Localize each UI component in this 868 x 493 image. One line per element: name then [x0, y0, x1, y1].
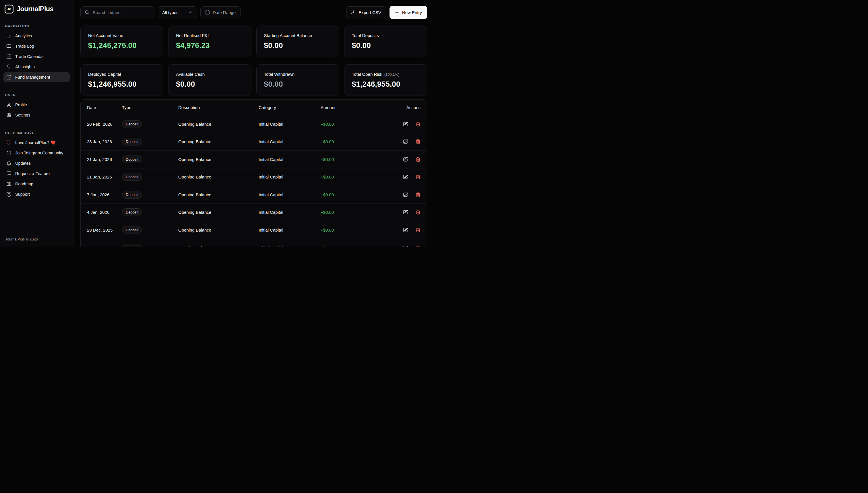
row-description: Opening Balance — [178, 157, 259, 162]
app-name: JournalPlus — [17, 5, 54, 13]
copyright-text: JournalPlus © 2026 — [3, 237, 70, 241]
sidebar-item-settings[interactable]: Settings — [3, 110, 70, 120]
row-amount: +$0.00 — [321, 192, 369, 197]
sidebar-section: NAVIGATION Analytics Trade Log Trade Cal… — [3, 14, 70, 82]
row-category: Initial Capital — [259, 192, 321, 197]
sidebar-item-support[interactable]: Support — [3, 189, 70, 199]
edit-entry-button[interactable] — [403, 157, 408, 162]
type-badge: Deposit — [122, 244, 142, 246]
sidebar-item-fund-management[interactable]: Fund Management — [3, 72, 70, 82]
plus-icon — [395, 10, 399, 15]
row-description: Opening Balance — [178, 210, 259, 215]
lightbulb-icon — [6, 64, 12, 69]
map-icon — [6, 181, 12, 187]
sidebar-item-request-a-feature[interactable]: Request a Feature — [3, 168, 70, 179]
column-header-date: Date — [87, 105, 122, 110]
row-date: 28 Dec, 2025 — [87, 245, 122, 246]
message-square-icon — [6, 171, 12, 176]
stat-value: $1,245,275.00 — [88, 41, 155, 50]
gear-icon — [6, 112, 12, 117]
sidebar-item-trade-log[interactable]: Trade Log — [3, 41, 70, 51]
row-date: 7 Jan, 2026 — [87, 192, 122, 197]
export-csv-button[interactable]: Export CSV — [346, 6, 386, 18]
table-row: 28 Dec, 2025 Deposit Opening Balance Ini… — [81, 239, 427, 247]
row-category: Initial Capital — [259, 139, 321, 144]
stat-card-net-account-value: Net Account Value $1,245,275.00 — [80, 25, 163, 57]
delete-entry-button[interactable] — [416, 139, 421, 144]
sidebar-item-join-telegram-community[interactable]: Join Telegram Community — [3, 148, 70, 158]
table-row: 21 Jan, 2026 Deposit Opening Balance Ini… — [81, 168, 427, 186]
edit-entry-button[interactable] — [403, 192, 408, 197]
sidebar-section-title: HELP IMPROVE — [5, 131, 68, 134]
edit-entry-button[interactable] — [403, 139, 408, 144]
table-row: 20 Feb, 2026 Deposit Opening Balance Ini… — [81, 115, 427, 133]
type-badge: Deposit — [122, 173, 142, 181]
type-filter-select[interactable]: All types — [158, 6, 197, 18]
row-amount: +$0.00 — [321, 139, 369, 144]
row-date: 21 Jan, 2026 — [87, 157, 122, 162]
stat-value: $0.00 — [264, 80, 332, 89]
heart-icon — [6, 140, 12, 145]
delete-entry-button[interactable] — [416, 174, 421, 179]
sidebar-item-profile[interactable]: Profile — [3, 100, 70, 110]
row-description: Opening Balance — [178, 228, 259, 232]
row-description: Opening Balance — [178, 245, 259, 246]
row-category: Initial Capital — [259, 245, 321, 246]
delete-entry-button[interactable] — [416, 210, 421, 215]
main-content: All types Date Range Export CSV New Entr… — [73, 0, 434, 246]
search-box[interactable] — [80, 6, 154, 18]
sidebar-item-analytics[interactable]: Analytics — [3, 31, 70, 41]
type-badge: Deposit — [122, 120, 142, 128]
stat-value: $1,246,955.00 — [88, 80, 155, 89]
delete-entry-button[interactable] — [416, 245, 421, 246]
sidebar-item-updates[interactable]: Updates — [3, 158, 70, 168]
logo-mark-icon: JP — [5, 5, 14, 14]
stat-label: Total Withdrawn — [264, 72, 295, 77]
delete-entry-button[interactable] — [416, 122, 421, 127]
sidebar-nav: NAVIGATION Analytics Trade Log Trade Cal… — [3, 14, 70, 237]
row-date: 21 Jan, 2026 — [87, 174, 122, 179]
stats-grid: Net Account Value $1,245,275.00 Net Real… — [80, 25, 427, 96]
stat-label: Net Realised P&L — [176, 33, 210, 38]
row-description: Opening Balance — [178, 174, 259, 179]
sidebar-item-trade-calendar[interactable]: Trade Calendar — [3, 51, 70, 62]
sidebar-item-roadmap[interactable]: Roadmap — [3, 179, 70, 189]
sidebar-section: HELP IMPROVE Love JournalPlus? ❤️ Join T… — [3, 120, 70, 199]
row-date: 4 Jan, 2026 — [87, 210, 122, 215]
row-date: 29 Dec, 2025 — [87, 228, 122, 232]
edit-entry-button[interactable] — [403, 245, 408, 246]
row-category: Initial Capital — [259, 174, 321, 179]
edit-entry-button[interactable] — [403, 210, 408, 215]
stat-label: Available Cash — [176, 72, 205, 77]
stat-label: Total Deposits — [352, 33, 379, 38]
sidebar-item-love-journalplus[interactable]: Love JournalPlus? ❤️ — [3, 137, 70, 148]
delete-entry-button[interactable] — [416, 157, 421, 162]
calendar-icon — [6, 54, 12, 59]
edit-entry-button[interactable] — [403, 122, 408, 127]
help-circle-icon — [6, 192, 12, 197]
sidebar-section-title: NAVIGATION — [5, 24, 68, 28]
row-date: 28 Jan, 2026 — [87, 139, 122, 144]
stat-label: Total Open Risk — [352, 72, 382, 77]
stat-card-total-deposits: Total Deposits $0.00 — [344, 25, 427, 57]
new-entry-button[interactable]: New Entry — [389, 6, 427, 19]
row-description: Opening Balance — [178, 122, 259, 127]
date-range-button[interactable]: Date Range — [200, 6, 240, 18]
search-input[interactable] — [92, 10, 150, 15]
app-window: JP JournalPlus NAVIGATION Analytics Trad… — [0, 0, 434, 246]
stat-card-starting-account-balance: Starting Account Balance $0.00 — [256, 25, 339, 57]
edit-entry-button[interactable] — [403, 174, 408, 179]
sidebar: JP JournalPlus NAVIGATION Analytics Trad… — [0, 0, 73, 246]
stat-card-total-withdrawn: Total Withdrawn $0.00 — [256, 64, 339, 96]
delete-entry-button[interactable] — [416, 192, 421, 197]
row-category: Initial Capital — [259, 157, 321, 162]
sidebar-item-ai-insights[interactable]: AI Insights — [3, 62, 70, 72]
bell-icon — [6, 161, 12, 166]
row-description: Opening Balance — [178, 139, 259, 144]
ledger-rows: 20 Feb, 2026 Deposit Opening Balance Ini… — [81, 115, 427, 246]
export-csv-label: Export CSV — [359, 10, 381, 15]
delete-entry-button[interactable] — [416, 228, 421, 232]
stat-value: $0.00 — [264, 41, 332, 50]
edit-entry-button[interactable] — [403, 228, 408, 232]
user-icon — [6, 102, 12, 107]
